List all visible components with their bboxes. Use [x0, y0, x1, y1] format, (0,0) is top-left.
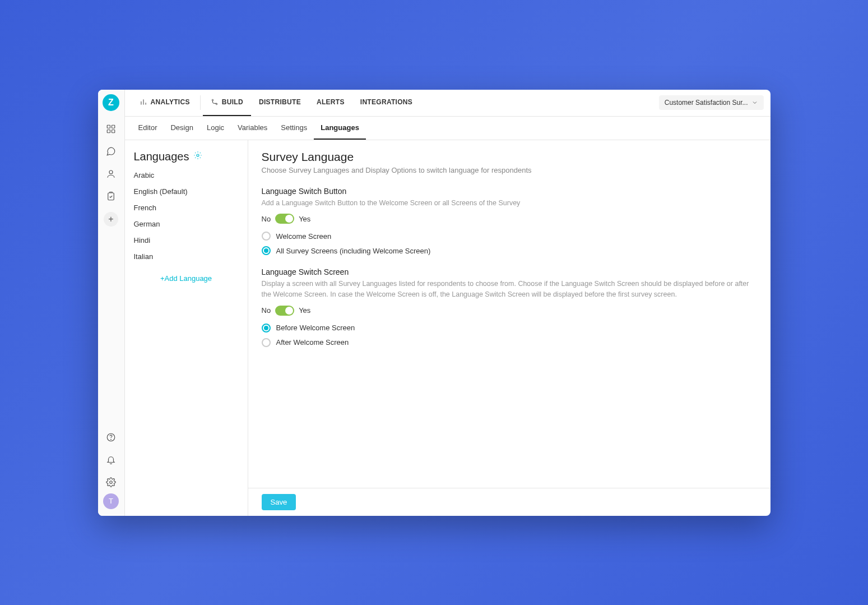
save-button[interactable]: Save	[262, 494, 296, 510]
page-subtitle: Choose Survey Languages and Display Opti…	[262, 166, 757, 174]
nav-distribute[interactable]: DISTRIBUTE	[251, 90, 309, 116]
svg-rect-2	[107, 130, 110, 132]
nav-alerts[interactable]: ALERTS	[309, 90, 352, 116]
nav-divider	[200, 95, 201, 110]
radio-all-screens[interactable]: All Survey Screens (including Welcome Sc…	[262, 246, 757, 255]
radio-icon	[262, 232, 271, 241]
switch-screen-toggle[interactable]	[275, 306, 294, 316]
svg-point-7	[111, 439, 112, 440]
sub-nav: Editor Design Logic Variables Settings L…	[125, 117, 770, 140]
chat-icon[interactable]	[102, 142, 120, 160]
main-column: ANALYTICS BUILD DISTRIBUTE ALERTS INTEGR…	[125, 90, 770, 516]
switch-screen-options: Before Welcome Screen After Welcome Scre…	[262, 324, 757, 347]
languages-title: Languages	[134, 150, 189, 163]
tab-editor[interactable]: Editor	[132, 117, 164, 140]
languages-settings-icon[interactable]	[193, 151, 202, 162]
svg-point-11	[197, 154, 199, 156]
toggle-no-label: No	[262, 306, 271, 315]
switch-screen-title: Language Switch Screen	[262, 267, 757, 276]
main-scroll: Survey Language Choose Survey Languages …	[248, 140, 770, 488]
survey-selector[interactable]: Customer Satisfaction Sur...	[659, 95, 764, 110]
switch-button-toggle-row: No Yes	[262, 214, 757, 224]
language-item[interactable]: Hindi	[134, 235, 239, 246]
language-item[interactable]: French	[134, 202, 239, 213]
page-title: Survey Language	[262, 150, 757, 164]
language-item[interactable]: Italian	[134, 251, 239, 262]
chevron-down-icon	[751, 99, 758, 106]
radio-icon	[262, 338, 271, 347]
nav-build-label: BUILD	[222, 98, 243, 106]
svg-point-8	[110, 481, 113, 483]
help-icon[interactable]	[102, 428, 120, 446]
tab-settings[interactable]: Settings	[274, 117, 314, 140]
toggle-yes-label: Yes	[299, 306, 310, 315]
radio-before-welcome[interactable]: Before Welcome Screen	[262, 324, 757, 332]
nav-analytics-label: ANALYTICS	[151, 98, 190, 106]
nav-analytics[interactable]: ANALYTICS	[132, 90, 198, 116]
switch-button-options: Welcome Screen All Survey Screens (inclu…	[262, 232, 757, 255]
switch-screen-toggle-row: No Yes	[262, 306, 757, 316]
switch-button-title: Language Switch Button	[262, 187, 757, 196]
svg-rect-1	[112, 125, 115, 128]
footer-bar: Save	[248, 488, 770, 516]
languages-list: Arabic English (Default) French German H…	[134, 170, 239, 262]
toggle-yes-label: Yes	[299, 215, 310, 223]
nav-integrations-label: INTEGRATIONS	[360, 98, 412, 106]
switch-screen-subtitle: Display a screen with all Survey Languag…	[262, 279, 757, 300]
svg-rect-5	[108, 193, 114, 200]
tab-languages[interactable]: Languages	[314, 117, 366, 140]
radio-label: Before Welcome Screen	[276, 324, 355, 332]
radio-label: After Welcome Screen	[276, 338, 349, 347]
tab-logic[interactable]: Logic	[200, 117, 231, 140]
brand-logo[interactable]: Z	[103, 94, 119, 111]
language-item[interactable]: German	[134, 219, 239, 229]
radio-after-welcome[interactable]: After Welcome Screen	[262, 338, 757, 347]
bell-icon[interactable]	[102, 451, 120, 469]
clipboard-icon[interactable]	[102, 187, 120, 205]
tab-design[interactable]: Design	[164, 117, 199, 140]
survey-selector-label: Customer Satisfaction Sur...	[665, 99, 748, 107]
language-item[interactable]: English (Default)	[134, 186, 239, 197]
radio-welcome-screen[interactable]: Welcome Screen	[262, 232, 757, 241]
user-icon[interactable]	[102, 165, 120, 183]
languages-sidebar: Languages Arabic English (Default) Frenc…	[125, 140, 248, 516]
svg-rect-3	[112, 130, 115, 132]
add-language-button[interactable]: +Add Language	[134, 271, 239, 286]
svg-point-9	[212, 99, 213, 100]
radio-label: All Survey Screens (including Welcome Sc…	[276, 247, 431, 255]
settings-icon[interactable]	[102, 473, 120, 491]
left-rail: Z + T	[98, 90, 125, 516]
add-button[interactable]: +	[104, 212, 118, 227]
app-window: Z + T ANALYTICS	[98, 90, 770, 516]
switch-button-subtitle: Add a Language Switch Button to the Welc…	[262, 198, 757, 209]
toggle-no-label: No	[262, 215, 271, 223]
nav-build[interactable]: BUILD	[203, 90, 251, 116]
radio-icon	[262, 246, 271, 255]
nav-integrations[interactable]: INTEGRATIONS	[352, 90, 420, 116]
main-pane: Survey Language Choose Survey Languages …	[248, 140, 770, 516]
radio-icon	[262, 324, 271, 332]
switch-button-toggle[interactable]	[275, 214, 294, 224]
content-area: Languages Arabic English (Default) Frenc…	[125, 140, 770, 516]
top-nav: ANALYTICS BUILD DISTRIBUTE ALERTS INTEGR…	[125, 90, 770, 117]
language-item[interactable]: Arabic	[134, 170, 239, 181]
svg-rect-0	[107, 125, 110, 128]
nav-alerts-label: ALERTS	[317, 98, 345, 106]
svg-point-4	[109, 170, 113, 174]
nav-distribute-label: DISTRIBUTE	[259, 98, 301, 106]
avatar[interactable]: T	[103, 493, 119, 509]
radio-label: Welcome Screen	[276, 232, 332, 241]
tab-variables[interactable]: Variables	[231, 117, 274, 140]
dashboard-icon[interactable]	[102, 120, 120, 138]
